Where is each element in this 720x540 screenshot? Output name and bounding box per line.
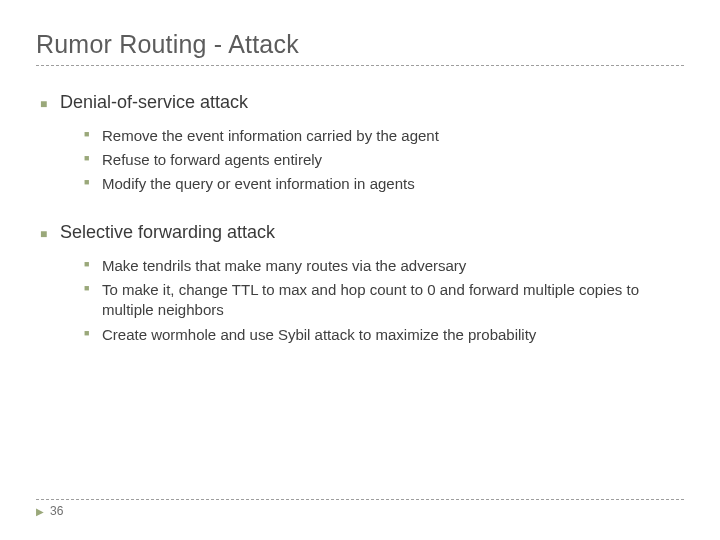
- square-bullet-icon: ■: [84, 325, 102, 341]
- square-bullet-icon: ■: [84, 280, 102, 296]
- square-bullet-icon: ■: [40, 94, 60, 116]
- list-item: ■ Modify the query or event information …: [84, 174, 672, 194]
- list-item: ■ To make it, change TTL to max and hop …: [84, 280, 672, 321]
- bullet-list-level1: ■ Denial-of-service attack ■ Remove the …: [40, 90, 672, 345]
- footer-row: ▶ 36: [36, 504, 684, 518]
- list-item: ■ Refuse to forward agents entirely: [84, 150, 672, 170]
- list-item: ■ Create wormhole and use Sybil attack t…: [84, 325, 672, 345]
- bullet-list-level2: ■ Remove the event information carried b…: [40, 126, 672, 195]
- bullet-text: Modify the query or event information in…: [102, 174, 672, 194]
- list-item: ■ Denial-of-service attack ■ Remove the …: [40, 90, 672, 194]
- title-block: Rumor Routing - Attack: [36, 30, 684, 66]
- slide: Rumor Routing - Attack ■ Denial-of-servi…: [0, 0, 720, 540]
- square-bullet-icon: ■: [84, 174, 102, 190]
- list-item: ■ Selective forwarding attack ■ Make ten…: [40, 220, 672, 345]
- bullet-text: Make tendrils that make many routes via …: [102, 256, 672, 276]
- footer: ▶ 36: [36, 499, 684, 518]
- arrow-icon: ▶: [36, 506, 44, 517]
- section-heading: Selective forwarding attack: [60, 220, 275, 244]
- bullet-text: To make it, change TTL to max and hop co…: [102, 280, 672, 321]
- square-bullet-icon: ■: [84, 126, 102, 142]
- bullet-text: Remove the event information carried by …: [102, 126, 672, 146]
- page-number: 36: [50, 504, 63, 518]
- square-bullet-icon: ■: [84, 256, 102, 272]
- list-item: ■ Remove the event information carried b…: [84, 126, 672, 146]
- bullet-list-level2: ■ Make tendrils that make many routes vi…: [40, 256, 672, 345]
- slide-title: Rumor Routing - Attack: [36, 30, 684, 59]
- bullet-text: Create wormhole and use Sybil attack to …: [102, 325, 672, 345]
- footer-divider: [36, 499, 684, 500]
- square-bullet-icon: ■: [84, 150, 102, 166]
- list-item: ■ Make tendrils that make many routes vi…: [84, 256, 672, 276]
- square-bullet-icon: ■: [40, 224, 60, 246]
- list-row: ■ Denial-of-service attack: [40, 90, 672, 116]
- list-row: ■ Selective forwarding attack: [40, 220, 672, 246]
- content-area: ■ Denial-of-service attack ■ Remove the …: [40, 90, 672, 371]
- title-divider: [36, 65, 684, 66]
- section-heading: Denial-of-service attack: [60, 90, 248, 114]
- bullet-text: Refuse to forward agents entirely: [102, 150, 672, 170]
